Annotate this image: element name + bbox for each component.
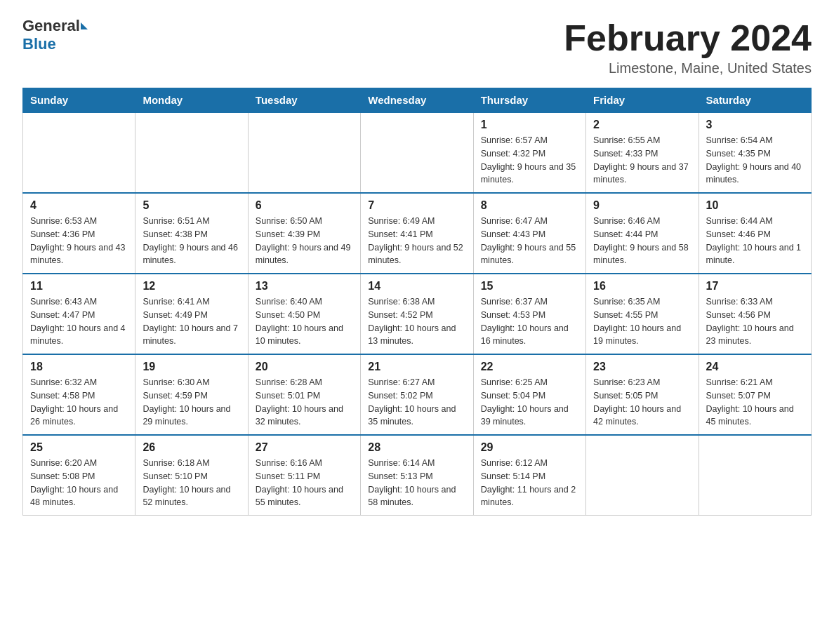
week-row-2: 4Sunrise: 6:53 AM Sunset: 4:36 PM Daylig…	[23, 193, 812, 274]
calendar-cell: 11Sunrise: 6:43 AM Sunset: 4:47 PM Dayli…	[23, 274, 135, 354]
day-number: 22	[481, 361, 578, 373]
calendar-header-row: SundayMondayTuesdayWednesdayThursdayFrid…	[23, 88, 812, 113]
calendar-cell: 4Sunrise: 6:53 AM Sunset: 4:36 PM Daylig…	[23, 193, 135, 274]
day-number: 18	[30, 361, 128, 373]
day-info: Sunrise: 6:35 AM Sunset: 4:55 PM Dayligh…	[593, 295, 691, 348]
logo-blue-text: Blue	[22, 35, 56, 53]
calendar-cell: 10Sunrise: 6:44 AM Sunset: 4:46 PM Dayli…	[699, 193, 811, 274]
day-number: 14	[368, 280, 465, 293]
calendar-table: SundayMondayTuesdayWednesdayThursdayFrid…	[22, 88, 812, 516]
day-number: 24	[706, 361, 804, 373]
day-info: Sunrise: 6:49 AM Sunset: 4:41 PM Dayligh…	[368, 215, 465, 267]
day-info: Sunrise: 6:12 AM Sunset: 5:14 PM Dayligh…	[481, 457, 578, 509]
day-number: 15	[481, 280, 578, 293]
calendar-cell: 17Sunrise: 6:33 AM Sunset: 4:56 PM Dayli…	[699, 274, 811, 354]
calendar-cell: 9Sunrise: 6:46 AM Sunset: 4:44 PM Daylig…	[586, 193, 699, 274]
day-info: Sunrise: 6:16 AM Sunset: 5:11 PM Dayligh…	[256, 457, 353, 509]
day-info: Sunrise: 6:25 AM Sunset: 5:04 PM Dayligh…	[481, 376, 578, 429]
day-info: Sunrise: 6:32 AM Sunset: 4:58 PM Dayligh…	[30, 376, 128, 429]
day-info: Sunrise: 6:44 AM Sunset: 4:46 PM Dayligh…	[706, 215, 804, 267]
calendar-cell: 14Sunrise: 6:38 AM Sunset: 4:52 PM Dayli…	[361, 274, 473, 354]
calendar-cell: 26Sunrise: 6:18 AM Sunset: 5:10 PM Dayli…	[135, 435, 248, 516]
calendar-header-saturday: Saturday	[699, 88, 811, 113]
calendar-cell: 2Sunrise: 6:55 AM Sunset: 4:33 PM Daylig…	[586, 112, 699, 193]
day-info: Sunrise: 6:30 AM Sunset: 4:59 PM Dayligh…	[143, 376, 240, 429]
calendar-cell: 25Sunrise: 6:20 AM Sunset: 5:08 PM Dayli…	[23, 435, 135, 516]
calendar-cell: 20Sunrise: 6:28 AM Sunset: 5:01 PM Dayli…	[248, 354, 360, 435]
calendar-header-thursday: Thursday	[473, 88, 585, 113]
day-number: 13	[256, 280, 353, 293]
day-info: Sunrise: 6:14 AM Sunset: 5:13 PM Dayligh…	[368, 457, 465, 509]
page-header: General Blue February 2024 Limestone, Ma…	[22, 17, 812, 76]
day-number: 9	[593, 199, 691, 212]
calendar-cell: 15Sunrise: 6:37 AM Sunset: 4:53 PM Dayli…	[473, 274, 585, 354]
calendar-header-friday: Friday	[586, 88, 699, 113]
calendar-cell: 24Sunrise: 6:21 AM Sunset: 5:07 PM Dayli…	[699, 354, 811, 435]
day-number: 23	[593, 361, 691, 373]
calendar-cell: 6Sunrise: 6:50 AM Sunset: 4:39 PM Daylig…	[248, 193, 360, 274]
day-info: Sunrise: 6:38 AM Sunset: 4:52 PM Dayligh…	[368, 295, 465, 348]
day-info: Sunrise: 6:18 AM Sunset: 5:10 PM Dayligh…	[143, 457, 240, 509]
week-row-4: 18Sunrise: 6:32 AM Sunset: 4:58 PM Dayli…	[23, 354, 812, 435]
calendar-cell	[586, 435, 699, 516]
day-info: Sunrise: 6:20 AM Sunset: 5:08 PM Dayligh…	[30, 457, 128, 509]
logo-general-text: General	[22, 17, 80, 35]
calendar-cell: 27Sunrise: 6:16 AM Sunset: 5:11 PM Dayli…	[248, 435, 360, 516]
day-info: Sunrise: 6:46 AM Sunset: 4:44 PM Dayligh…	[593, 215, 691, 267]
calendar-cell: 1Sunrise: 6:57 AM Sunset: 4:32 PM Daylig…	[473, 112, 585, 193]
calendar-cell	[248, 112, 360, 193]
day-number: 5	[143, 199, 240, 212]
calendar-header-monday: Monday	[135, 88, 248, 113]
logo: General Blue	[22, 17, 88, 53]
day-number: 28	[368, 441, 465, 454]
day-info: Sunrise: 6:37 AM Sunset: 4:53 PM Dayligh…	[481, 295, 578, 348]
day-number: 29	[481, 441, 578, 454]
day-info: Sunrise: 6:50 AM Sunset: 4:39 PM Dayligh…	[256, 215, 353, 267]
calendar-cell	[135, 112, 248, 193]
day-info: Sunrise: 6:47 AM Sunset: 4:43 PM Dayligh…	[481, 215, 578, 267]
day-info: Sunrise: 6:28 AM Sunset: 5:01 PM Dayligh…	[256, 376, 353, 429]
month-title: February 2024	[564, 17, 812, 59]
calendar-header-wednesday: Wednesday	[361, 88, 473, 113]
calendar-cell: 28Sunrise: 6:14 AM Sunset: 5:13 PM Dayli…	[361, 435, 473, 516]
calendar-cell: 18Sunrise: 6:32 AM Sunset: 4:58 PM Dayli…	[23, 354, 135, 435]
day-number: 2	[593, 119, 691, 131]
calendar-cell	[361, 112, 473, 193]
week-row-3: 11Sunrise: 6:43 AM Sunset: 4:47 PM Dayli…	[23, 274, 812, 354]
day-info: Sunrise: 6:40 AM Sunset: 4:50 PM Dayligh…	[256, 295, 353, 348]
calendar-cell	[23, 112, 135, 193]
day-number: 26	[143, 441, 240, 454]
day-number: 20	[256, 361, 353, 373]
calendar-header-tuesday: Tuesday	[248, 88, 360, 113]
day-number: 11	[30, 280, 128, 293]
week-row-5: 25Sunrise: 6:20 AM Sunset: 5:08 PM Dayli…	[23, 435, 812, 516]
day-number: 12	[143, 280, 240, 293]
calendar-cell: 12Sunrise: 6:41 AM Sunset: 4:49 PM Dayli…	[135, 274, 248, 354]
day-number: 3	[706, 119, 804, 131]
calendar-cell: 3Sunrise: 6:54 AM Sunset: 4:35 PM Daylig…	[699, 112, 811, 193]
day-info: Sunrise: 6:33 AM Sunset: 4:56 PM Dayligh…	[706, 295, 804, 348]
calendar-cell: 8Sunrise: 6:47 AM Sunset: 4:43 PM Daylig…	[473, 193, 585, 274]
day-number: 27	[256, 441, 353, 454]
day-number: 16	[593, 280, 691, 293]
calendar-header-sunday: Sunday	[23, 88, 135, 113]
calendar-cell	[699, 435, 811, 516]
day-number: 19	[143, 361, 240, 373]
week-row-1: 1Sunrise: 6:57 AM Sunset: 4:32 PM Daylig…	[23, 112, 812, 193]
day-info: Sunrise: 6:53 AM Sunset: 4:36 PM Dayligh…	[30, 215, 128, 267]
logo-arrow-icon	[81, 22, 88, 29]
calendar-cell: 5Sunrise: 6:51 AM Sunset: 4:38 PM Daylig…	[135, 193, 248, 274]
day-number: 1	[481, 119, 578, 131]
calendar-cell: 7Sunrise: 6:49 AM Sunset: 4:41 PM Daylig…	[361, 193, 473, 274]
day-number: 10	[706, 199, 804, 212]
day-number: 4	[30, 199, 128, 212]
day-number: 17	[706, 280, 804, 293]
calendar-cell: 19Sunrise: 6:30 AM Sunset: 4:59 PM Dayli…	[135, 354, 248, 435]
day-info: Sunrise: 6:21 AM Sunset: 5:07 PM Dayligh…	[706, 376, 804, 429]
location-subtitle: Limestone, Maine, United States	[564, 60, 812, 76]
day-info: Sunrise: 6:41 AM Sunset: 4:49 PM Dayligh…	[143, 295, 240, 348]
day-info: Sunrise: 6:55 AM Sunset: 4:33 PM Dayligh…	[593, 134, 691, 187]
day-info: Sunrise: 6:27 AM Sunset: 5:02 PM Dayligh…	[368, 376, 465, 429]
calendar-cell: 13Sunrise: 6:40 AM Sunset: 4:50 PM Dayli…	[248, 274, 360, 354]
day-number: 6	[256, 199, 353, 212]
